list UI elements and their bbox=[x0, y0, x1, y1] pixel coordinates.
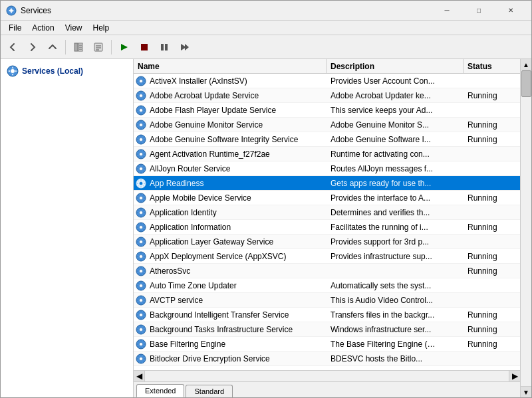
hscroll-right[interactable]: ▶ bbox=[509, 371, 520, 382]
main-area: Services (Local) Name Description Status bbox=[1, 59, 531, 397]
service-icon bbox=[135, 221, 147, 233]
row-status bbox=[464, 299, 520, 302]
minimize-button[interactable]: ─ bbox=[432, 1, 462, 21]
row-name-cell: Application Information bbox=[134, 221, 327, 233]
table-row[interactable]: App ReadinessGets apps ready for use th.… bbox=[134, 176, 520, 191]
menu-view[interactable]: View bbox=[60, 22, 88, 34]
row-name: Adobe Acrobat Update Service bbox=[150, 91, 259, 100]
row-description bbox=[327, 270, 464, 272]
tab-extended[interactable]: Extended bbox=[136, 384, 184, 397]
tab-standard[interactable]: Standard bbox=[186, 385, 233, 397]
table-row[interactable]: Adobe Genuine Monitor ServiceAdobe Genui… bbox=[134, 118, 520, 132]
column-header-status[interactable]: Status bbox=[464, 59, 520, 73]
svg-rect-14 bbox=[165, 44, 168, 50]
vscroll-track[interactable] bbox=[521, 70, 532, 386]
table-row[interactable]: AVCTP serviceThis is Audio Video Control… bbox=[134, 293, 520, 308]
table-row[interactable]: Background Tasks Infrastructure ServiceW… bbox=[134, 322, 520, 337]
list-body[interactable]: ActiveX Installer (AxInstSV)Provides Use… bbox=[134, 74, 520, 370]
table-row[interactable]: AllJoyn Router ServiceRoutes AllJoyn mes… bbox=[134, 161, 520, 176]
row-name-cell: App Readiness bbox=[134, 177, 327, 189]
table-row[interactable]: AppX Deployment Service (AppXSVC)Provide… bbox=[134, 249, 520, 264]
menu-help[interactable]: Help bbox=[88, 22, 115, 34]
table-row[interactable]: Application Layer Gateway ServiceProvide… bbox=[134, 235, 520, 249]
pause-button[interactable] bbox=[155, 38, 174, 56]
table-row[interactable]: Apple Mobile Device ServiceProvides the … bbox=[134, 191, 520, 205]
row-name: Application Layer Gateway Service bbox=[150, 237, 273, 247]
row-name: ActiveX Installer (AxInstSV) bbox=[150, 76, 247, 86]
table-row[interactable]: Agent Activation Runtime_f27f2aeRuntime … bbox=[134, 147, 520, 161]
services-local-icon bbox=[6, 64, 19, 78]
vscroll-down[interactable]: ▼ bbox=[521, 386, 532, 397]
hscroll-track[interactable] bbox=[145, 371, 509, 382]
row-name: Adobe Flash Player Update Service bbox=[150, 106, 276, 115]
stop-button[interactable] bbox=[135, 38, 154, 56]
sidebar-item-services-local[interactable]: Services (Local) bbox=[3, 62, 130, 80]
row-status bbox=[464, 182, 520, 185]
vscroll-up[interactable]: ▲ bbox=[521, 59, 532, 70]
window-icon bbox=[6, 5, 17, 16]
svg-point-20 bbox=[140, 79, 143, 82]
show-hide-button[interactable] bbox=[69, 38, 88, 56]
row-status bbox=[464, 80, 520, 82]
maximize-button[interactable]: □ bbox=[464, 1, 494, 21]
column-header-description[interactable]: Description bbox=[327, 59, 464, 73]
row-description: Determines and verifies th... bbox=[327, 207, 464, 219]
svg-point-52 bbox=[140, 313, 143, 316]
toolbar-sep-2 bbox=[111, 40, 112, 54]
service-icon bbox=[135, 104, 147, 116]
table-row[interactable]: Adobe Flash Player Update ServiceThis se… bbox=[134, 103, 520, 118]
row-name: Background Tasks Infrastructure Service bbox=[150, 325, 293, 334]
service-icon bbox=[135, 192, 147, 204]
svg-point-32 bbox=[140, 167, 143, 170]
menu-action[interactable]: Action bbox=[27, 22, 59, 34]
properties-button[interactable] bbox=[89, 38, 108, 56]
forward-button[interactable] bbox=[23, 38, 42, 56]
table-row[interactable]: Background Intelligent Transfer ServiceT… bbox=[134, 308, 520, 322]
column-header-name[interactable]: Name bbox=[134, 59, 327, 73]
service-icon bbox=[135, 163, 147, 175]
service-icon bbox=[135, 265, 147, 277]
row-name-cell: Application Layer Gateway Service bbox=[134, 236, 327, 248]
up-button[interactable] bbox=[43, 38, 62, 56]
table-row[interactable]: Base Filtering EngineThe Base Filtering … bbox=[134, 337, 520, 351]
service-icon bbox=[135, 353, 147, 365]
row-description: Adobe Genuine Monitor S... bbox=[327, 119, 464, 131]
row-name-cell: AtherosSvc bbox=[134, 265, 327, 277]
table-row[interactable]: Bitlocker Drive Encryption ServiceBDESVC… bbox=[134, 351, 520, 366]
service-icon bbox=[135, 250, 147, 262]
content-area: Name Description Status ActiveX Installe… bbox=[134, 59, 520, 397]
row-description: This service keeps your Ad... bbox=[327, 104, 464, 116]
service-icon bbox=[135, 148, 147, 160]
table-row[interactable]: Auto Time Zone UpdaterAutomatically sets… bbox=[134, 278, 520, 293]
row-name: AllJoyn Router Service bbox=[150, 164, 230, 173]
svg-point-40 bbox=[140, 225, 143, 229]
restart-button[interactable] bbox=[175, 38, 194, 56]
hscroll[interactable]: ◀ ▶ bbox=[134, 370, 520, 381]
table-row[interactable]: Adobe Acrobat Update ServiceAdobe Acroba… bbox=[134, 88, 520, 103]
row-status: Running bbox=[464, 250, 520, 262]
table-row[interactable]: Application IdentityDetermines and verif… bbox=[134, 205, 520, 220]
hscroll-left[interactable]: ◀ bbox=[134, 371, 145, 382]
row-description: Provides User Account Con... bbox=[327, 75, 464, 87]
row-name-cell: Bitlocker Drive Encryption Service bbox=[134, 353, 327, 365]
table-row[interactable]: ActiveX Installer (AxInstSV)Provides Use… bbox=[134, 74, 520, 88]
list-header: Name Description Status bbox=[134, 59, 520, 74]
table-row[interactable]: Adobe Genuine Software Integrity Service… bbox=[134, 132, 520, 147]
row-description: Adobe Genuine Software I... bbox=[327, 134, 464, 146]
svg-rect-13 bbox=[161, 44, 164, 50]
row-name-cell: Base Filtering Engine bbox=[134, 338, 327, 350]
svg-point-54 bbox=[140, 328, 143, 331]
back-button[interactable] bbox=[3, 38, 22, 56]
close-button[interactable]: ✕ bbox=[495, 1, 526, 21]
row-description: Adobe Acrobat Updater ke... bbox=[327, 90, 464, 102]
menu-file[interactable]: File bbox=[3, 22, 27, 34]
table-row[interactable]: AtherosSvcRunning bbox=[134, 264, 520, 278]
row-description: This is Audio Video Control... bbox=[327, 294, 464, 306]
table-row[interactable]: Application InformationFacilitates the r… bbox=[134, 220, 520, 235]
vscroll-thumb[interactable] bbox=[521, 70, 531, 97]
sidebar-item-label: Services (Local) bbox=[22, 66, 83, 76]
sidebar: Services (Local) bbox=[1, 59, 134, 397]
row-status: Running bbox=[464, 221, 520, 233]
start-button[interactable] bbox=[115, 38, 134, 56]
row-description: Provides support for 3rd p... bbox=[327, 236, 464, 248]
